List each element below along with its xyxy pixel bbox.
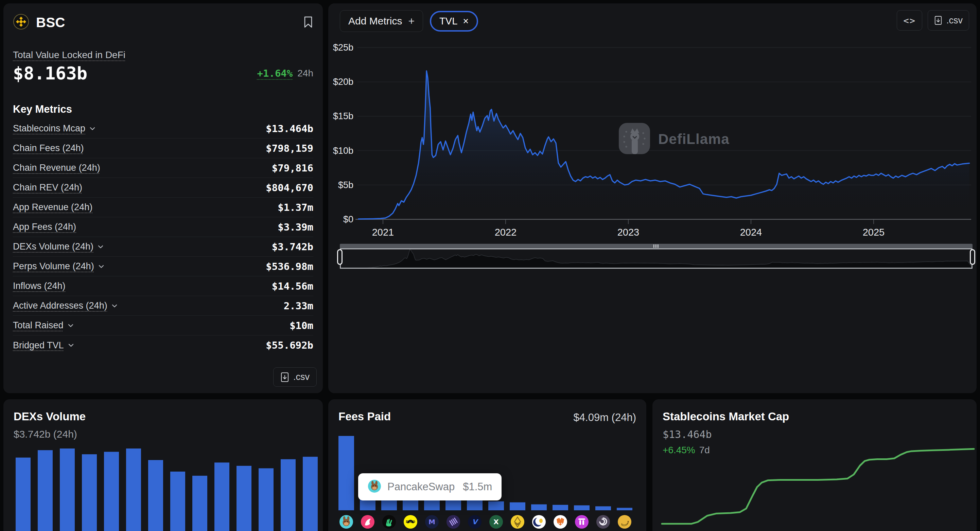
metric-label[interactable]: Stablecoins Mcap [13, 123, 85, 134]
fees-bar[interactable] [617, 508, 632, 510]
metric-row: Perps Volume (24h)$536.98m [13, 257, 313, 276]
key-metrics-list: Stablecoins Mcap$13.464bChain Fees (24h)… [13, 119, 313, 355]
dexs-bar[interactable] [281, 460, 296, 531]
svg-text:$25b: $25b [333, 43, 353, 52]
chain-overview-card: BSC Total Value Locked in DeFi $8.163b +… [3, 3, 323, 393]
chevron-down-icon[interactable] [67, 342, 75, 349]
svg-text:2025: 2025 [863, 227, 885, 238]
stablecoins-line-chart[interactable] [652, 399, 977, 531]
tvl-metric-pill[interactable]: TVL × [430, 11, 478, 32]
x-protocol-icon[interactable]: X [489, 524, 503, 529]
stablecoins-mcap-card: Stablecoins Market Cap $13.464b +6.45% 7… [652, 399, 977, 531]
close-icon[interactable]: × [463, 16, 469, 27]
fees-paid-bar-chart[interactable]: DODOMVX [328, 399, 646, 531]
bookmark-icon[interactable] [303, 16, 313, 29]
dexs-bar[interactable] [104, 452, 119, 531]
metric-value: 2.33m [284, 300, 313, 312]
time-range-brush[interactable] [340, 242, 972, 270]
svg-text:2023: 2023 [617, 227, 640, 238]
chevron-down-icon[interactable] [111, 302, 118, 310]
svg-text:$10b: $10b [333, 146, 353, 156]
brush-handle-right[interactable] [970, 249, 975, 265]
crescent-protocol-icon[interactable] [532, 524, 546, 529]
fees-bar[interactable] [339, 436, 354, 510]
pillar-protocol-icon[interactable] [574, 524, 589, 529]
dexs-bar[interactable] [60, 449, 75, 531]
metric-row: Chain Revenue (24h)$79,816 [13, 158, 313, 178]
metric-label[interactable]: Inflows (24h) [13, 281, 65, 291]
metric-row: App Fees (24h)$3.39m [13, 217, 313, 237]
tvl-change-24h[interactable]: +1.64% [257, 68, 293, 79]
fees-bar[interactable] [510, 502, 525, 510]
metric-value: $55.692b [266, 339, 313, 351]
fees-bar[interactable] [467, 499, 482, 510]
pancakeswap-icon[interactable] [339, 524, 353, 529]
fees-bar[interactable] [488, 501, 504, 510]
chevron-down-icon[interactable] [97, 263, 105, 270]
metric-label[interactable]: Chain REV (24h) [13, 182, 82, 193]
dodo-icon[interactable]: DODO [403, 524, 418, 529]
tvl-change-period: 24h [298, 68, 313, 79]
metric-value: $1.37m [278, 202, 313, 213]
metric-label[interactable]: Bridged TVL [13, 340, 64, 351]
metric-value: $14.56m [272, 281, 313, 292]
tvl-label[interactable]: Total Value Locked in DeFi [13, 49, 126, 60]
tvl-area-chart[interactable]: $0$5b$10b$15b$20b$25b2021202220232024202… [328, 3, 977, 241]
dexs-bar[interactable] [237, 466, 251, 531]
dexs-bar[interactable] [148, 460, 163, 531]
metric-label[interactable]: DEXs Volume (24h) [13, 241, 94, 252]
chevron-down-icon[interactable] [89, 125, 96, 132]
swirl-protocol-icon[interactable] [596, 524, 610, 529]
dexs-bar[interactable] [303, 457, 318, 531]
metric-label[interactable]: Total Raised [13, 320, 64, 331]
metric-label[interactable]: Chain Revenue (24h) [13, 163, 100, 173]
metric-row: Total Raised$10m [13, 316, 313, 336]
dexs-bar[interactable] [170, 472, 185, 531]
add-metrics-button[interactable]: Add Metrics + [340, 10, 423, 32]
chevron-down-icon[interactable] [97, 243, 104, 250]
metric-label[interactable]: Active Addresses (24h) [13, 301, 107, 311]
metric-label[interactable]: App Revenue (24h) [13, 202, 92, 212]
m-protocol-icon[interactable]: M [425, 524, 439, 529]
fees-bar[interactable] [574, 505, 590, 510]
fees-bar[interactable] [595, 506, 611, 510]
tvl-pill-label: TVL [439, 16, 457, 27]
csv-button-label: .csv [293, 372, 310, 382]
fees-paid-card: Fees Paid $4.09m (24h) DODOMVX PancakeSw… [328, 399, 646, 531]
fees-bar[interactable] [552, 505, 568, 510]
eth-gold-icon[interactable] [511, 524, 525, 529]
metric-row: Stablecoins Mcap$13.464b [13, 119, 313, 138]
fees-bar[interactable] [531, 504, 547, 510]
dexs-bar[interactable] [126, 449, 141, 531]
svg-text:2021: 2021 [372, 227, 394, 238]
download-csv-button[interactable]: .csv [273, 367, 317, 387]
chevron-down-icon[interactable] [67, 322, 75, 329]
metric-row: Chain Fees (24h)$798,159 [13, 138, 313, 158]
metamask-fox-icon[interactable] [553, 524, 568, 529]
chart-csv-label: .csv [947, 15, 963, 26]
dexs-bar[interactable] [259, 468, 274, 531]
embed-code-button[interactable]: <> [897, 10, 922, 30]
dexs-volume-card: DEXs Volume $3.742b (24h) [3, 399, 323, 531]
dexs-bar[interactable] [16, 458, 30, 531]
dexs-bar[interactable] [82, 454, 97, 531]
pink-horse-protocol-icon[interactable] [361, 524, 375, 529]
key-metrics-heading: Key Metrics [13, 103, 72, 116]
four-protocol-icon[interactable] [382, 524, 396, 529]
dexs-bar[interactable] [215, 463, 229, 531]
dexs-bar[interactable] [192, 476, 207, 531]
brush-handle-left[interactable] [337, 249, 342, 265]
chain-header: BSC [13, 14, 313, 31]
svg-text:X: X [493, 518, 499, 526]
brush-minimap[interactable] [340, 242, 972, 270]
banana-icon[interactable] [617, 524, 632, 529]
v-protocol-icon[interactable]: V [468, 524, 482, 529]
metric-label[interactable]: Perps Volume (24h) [13, 261, 94, 272]
metric-label[interactable]: Chain Fees (24h) [13, 143, 84, 154]
metric-label[interactable]: App Fees (24h) [13, 222, 76, 232]
metric-value: $13.464b [266, 123, 313, 135]
chart-download-csv-button[interactable]: .csv [928, 10, 969, 30]
dexs-bar[interactable] [38, 450, 52, 531]
stripes-protocol-icon[interactable] [446, 524, 460, 529]
dexs-volume-bar-chart[interactable] [3, 399, 323, 531]
